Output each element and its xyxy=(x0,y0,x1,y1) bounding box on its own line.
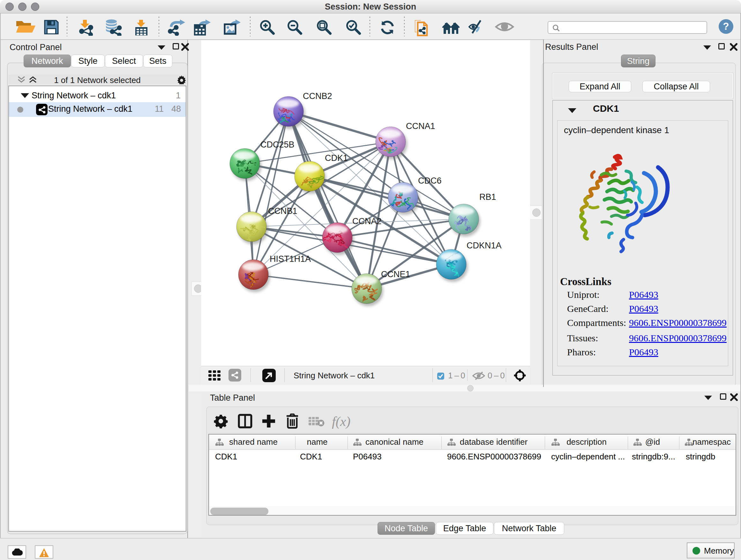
svg-text:CDC6: CDC6 xyxy=(418,176,442,186)
svg-text:RB1: RB1 xyxy=(479,192,496,202)
svg-text:CCNE1: CCNE1 xyxy=(381,269,410,279)
svg-text:CCNA1: CCNA1 xyxy=(406,121,435,131)
svg-text:CDK1: CDK1 xyxy=(325,153,348,163)
svg-text:CCNB2: CCNB2 xyxy=(303,91,332,101)
svg-text:CDKN1A: CDKN1A xyxy=(467,241,502,250)
svg-text:CCNA2: CCNA2 xyxy=(352,216,382,226)
svg-text:CDC25B: CDC25B xyxy=(260,140,294,149)
svg-text:?: ? xyxy=(723,21,729,32)
svg-text:HIST1H1A: HIST1H1A xyxy=(270,254,311,264)
svg-text:CCNB1: CCNB1 xyxy=(268,206,297,216)
